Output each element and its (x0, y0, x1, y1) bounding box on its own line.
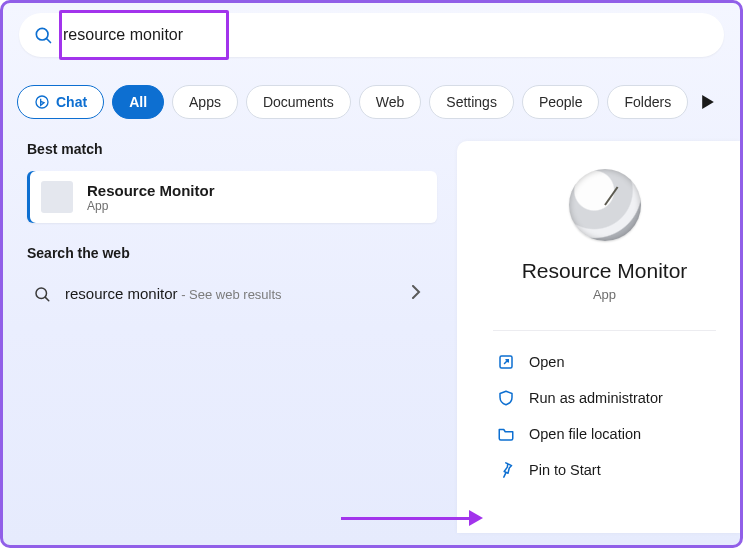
action-admin-label: Run as administrator (529, 390, 663, 406)
web-result-hint: - See web results (178, 287, 282, 302)
search-icon (33, 285, 51, 303)
svg-line-1 (47, 39, 51, 43)
results-area: Best match Resource Monitor App Search t… (3, 141, 740, 533)
action-open-file-location[interactable]: Open file location (493, 417, 716, 451)
pin-icon (497, 461, 515, 479)
filter-settings[interactable]: Settings (429, 85, 514, 119)
detail-header: Resource Monitor App (493, 169, 716, 331)
action-open[interactable]: Open (493, 345, 716, 379)
filter-settings-label: Settings (446, 94, 497, 110)
windows-search-panel: Chat All Apps Documents Web Settings Peo… (0, 0, 743, 548)
search-input[interactable] (53, 26, 710, 44)
filter-documents[interactable]: Documents (246, 85, 351, 119)
action-pin-to-start[interactable]: Pin to Start (493, 453, 716, 487)
action-run-as-administrator[interactable]: Run as administrator (493, 381, 716, 415)
web-result-query: resource monitor (65, 285, 178, 302)
detail-subtitle: App (593, 287, 616, 302)
search-web-heading: Search the web (27, 245, 437, 261)
detail-panel: Resource Monitor App Open Run as adminis… (457, 141, 740, 533)
action-open-label: Open (529, 354, 564, 370)
filter-people-label: People (539, 94, 583, 110)
best-match-heading: Best match (27, 141, 437, 157)
action-location-label: Open file location (529, 426, 641, 442)
results-left-column: Best match Resource Monitor App Search t… (3, 141, 443, 533)
filter-all-label: All (129, 94, 147, 110)
search-icon (33, 25, 53, 45)
folder-icon (497, 425, 515, 443)
best-match-subtitle: App (87, 199, 215, 213)
filter-web-label: Web (376, 94, 405, 110)
filter-all[interactable]: All (112, 85, 164, 119)
filter-chat-label: Chat (56, 94, 87, 110)
best-match-result[interactable]: Resource Monitor App (27, 171, 437, 223)
bing-chat-icon (34, 94, 50, 110)
filter-documents-label: Documents (263, 94, 334, 110)
best-match-title: Resource Monitor (87, 182, 215, 199)
filters-overflow-arrow[interactable] (702, 95, 714, 109)
filter-people[interactable]: People (522, 85, 600, 119)
search-box[interactable] (19, 13, 724, 57)
resource-monitor-icon (569, 169, 641, 241)
app-icon (41, 181, 73, 213)
filter-row: Chat All Apps Documents Web Settings Peo… (17, 85, 726, 119)
shield-icon (497, 389, 515, 407)
best-match-text: Resource Monitor App (87, 182, 215, 213)
web-search-result[interactable]: resource monitor - See web results (27, 275, 437, 313)
action-pin-start-label: Pin to Start (529, 462, 601, 478)
open-icon (497, 353, 515, 371)
detail-title: Resource Monitor (522, 259, 688, 283)
web-result-text: resource monitor - See web results (65, 285, 282, 303)
filter-chat[interactable]: Chat (17, 85, 104, 119)
filter-apps[interactable]: Apps (172, 85, 238, 119)
filter-apps-label: Apps (189, 94, 221, 110)
filter-folders-label: Folders (624, 94, 671, 110)
chevron-right-icon (411, 285, 421, 303)
filter-folders[interactable]: Folders (607, 85, 688, 119)
svg-line-4 (45, 297, 48, 300)
detail-actions: Open Run as administrator Open file loca… (493, 345, 716, 487)
filter-web[interactable]: Web (359, 85, 422, 119)
